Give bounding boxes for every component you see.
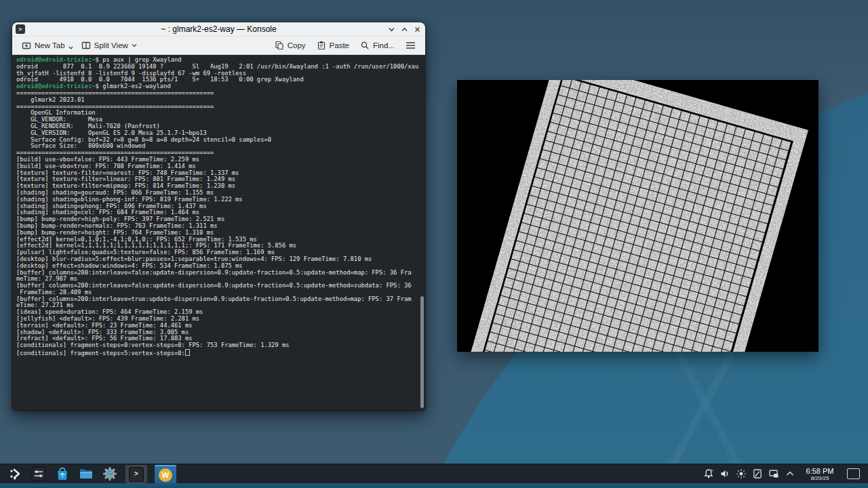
maximize-icon[interactable] (401, 26, 408, 33)
terminal-cursor (185, 349, 190, 356)
find-label: Find... (373, 41, 395, 49)
brightness-icon[interactable] (735, 468, 747, 480)
terminal-output[interactable]: odroid@odroid-trixie:~$ ps aux | grep Xw… (12, 55, 425, 410)
glmark2-window[interactable] (457, 80, 818, 352)
paste-label: Paste (330, 41, 349, 49)
close-icon[interactable] (414, 26, 421, 33)
desktop-background: > ~ : glmark2-es2-way — Konsole New Tab … (0, 0, 868, 488)
new-tab-caret-icon (68, 46, 73, 49)
copy-button[interactable]: Copy (271, 39, 310, 52)
minimize-icon[interactable] (388, 26, 395, 33)
system-settings-button[interactable] (102, 466, 118, 482)
hamburger-icon (406, 41, 416, 49)
konsole-window: > ~ : glmark2-es2-way — Konsole New Tab … (12, 22, 425, 410)
display-icon[interactable] (768, 468, 779, 480)
kde-launcher-icon (8, 467, 22, 481)
split-view-caret-icon (132, 43, 137, 47)
copy-label: Copy (288, 41, 306, 49)
taskbar: > W (0, 464, 868, 483)
expand-tray-button[interactable] (784, 468, 795, 480)
konsole-task-button[interactable]: > (125, 465, 147, 483)
gear-icon (102, 466, 117, 481)
paste-icon (317, 41, 326, 50)
terminal-scrollbar[interactable] (420, 296, 424, 408)
discover-icon (55, 466, 70, 481)
new-tab-icon (22, 41, 31, 50)
terminal-line: [conditionals] fragment-steps=5:vertex-s… (16, 349, 425, 356)
clock-date: 8/20/25 (803, 475, 837, 481)
terminal-line: [conditionals] fragment-steps=0:vertex-s… (16, 342, 425, 349)
konsole-toolbar: New Tab Split View Copy Paste (12, 37, 425, 55)
glmark2-conditionals-scene (457, 80, 818, 352)
show-desktop-button[interactable] (847, 468, 860, 479)
audio-mixer-button[interactable] (31, 466, 47, 482)
clipboard-icon[interactable] (751, 468, 763, 480)
copy-icon (275, 41, 284, 50)
discover-button[interactable] (54, 466, 71, 482)
wayland-icon: W (159, 468, 172, 482)
split-view-label: Split View (94, 41, 128, 49)
wayland-task-button-active[interactable]: W (155, 465, 176, 483)
window-title: ~ : glmark2-es2-way — Konsole (12, 22, 425, 36)
split-view-icon (81, 41, 91, 50)
paste-button[interactable]: Paste (313, 39, 353, 52)
terminal-line: [buffer] columns=200:interleave=false:up… (16, 270, 425, 277)
panel-bottom-gap (0, 483, 868, 488)
terminal-line: [buffer] columns=200:interleave=true:upd… (16, 296, 425, 303)
clock[interactable]: 6:58 PM 8/20/25 (803, 467, 837, 481)
file-manager-button[interactable] (78, 466, 94, 482)
sliders-icon (31, 466, 46, 481)
split-view-button[interactable]: Split View (77, 39, 141, 52)
konsole-icon: > (129, 467, 144, 482)
volume-icon[interactable] (719, 468, 730, 480)
folder-icon (79, 466, 94, 481)
app-launcher-button[interactable] (7, 466, 23, 482)
chevron-up-icon (785, 469, 795, 479)
new-tab-label: New Tab (35, 41, 65, 49)
clock-time: 6:58 PM (803, 467, 837, 475)
konsole-titlebar[interactable]: > ~ : glmark2-es2-way — Konsole (12, 22, 425, 37)
new-tab-button[interactable]: New Tab (18, 39, 77, 52)
search-icon (360, 41, 370, 50)
find-button[interactable]: Find... (356, 39, 399, 52)
notifications-icon[interactable] (703, 468, 714, 480)
menu-button[interactable] (401, 39, 420, 52)
